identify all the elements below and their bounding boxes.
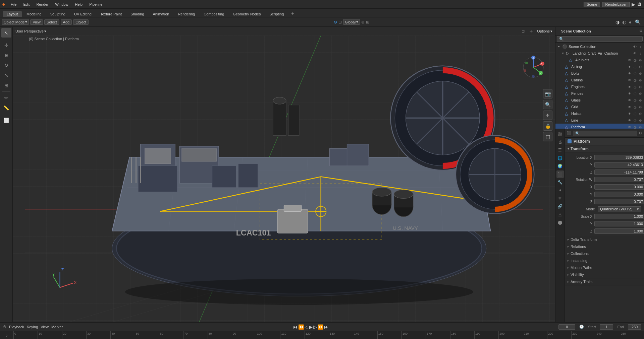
mode-selector[interactable]: Object Mode ▾	[2, 19, 29, 25]
play-button[interactable]: ▶	[309, 324, 313, 330]
view-menu[interactable]: View	[30, 19, 43, 25]
viewport-shading-render-icon[interactable]: ●	[629, 19, 632, 25]
scale-z-input[interactable]	[594, 228, 644, 234]
tool-add-cube[interactable]: ⬜	[1, 116, 11, 125]
props-search-input[interactable]	[573, 131, 637, 136]
zoom-in-icon[interactable]: 🔍	[543, 100, 552, 109]
lc-vis-icon[interactable]: 👁	[633, 52, 637, 55]
tab-compositing[interactable]: Compositing	[200, 11, 228, 17]
scene-selector[interactable]: Scene	[584, 2, 600, 7]
gr-vis-icon[interactable]: 👁	[627, 105, 632, 109]
props-modifier-icon[interactable]: 🔧	[556, 179, 564, 186]
orientation-gizmo[interactable]: X Y Z	[522, 56, 545, 79]
relations-section[interactable]: ▸ Relations	[565, 243, 644, 250]
snap-toggle-icon[interactable]: ⊞	[366, 20, 369, 24]
prev-keyframe-button[interactable]: ◁	[305, 324, 308, 330]
props-render-icon[interactable]: 🎥	[556, 130, 564, 138]
ho-cam-icon[interactable]: ◷	[633, 112, 637, 116]
gr-cam-icon[interactable]: ◷	[633, 105, 637, 109]
current-frame-input[interactable]	[558, 324, 575, 330]
outliner-item-air-inlets[interactable]: △ Air inlets 👁 ◷ ⊙	[555, 57, 644, 63]
props-output-icon[interactable]: 🖨	[556, 138, 564, 146]
outliner-item-engines[interactable]: △ Engines 👁 ◷ ⊙	[555, 83, 644, 90]
bo-cam-icon[interactable]: ◷	[633, 72, 637, 75]
fe-cam-icon[interactable]: ◷	[633, 92, 637, 95]
menu-pipeline[interactable]: Pipeline	[86, 0, 106, 8]
scale-x-input[interactable]	[594, 214, 644, 219]
props-scene-icon[interactable]: 🌐	[556, 154, 564, 162]
pl-render-icon[interactable]: ⊙	[638, 125, 643, 129]
gl-cam-icon[interactable]: ◷	[633, 98, 637, 102]
next-keyframe-button[interactable]: ▷	[313, 324, 317, 330]
render-image-icon[interactable]: 🖼	[637, 2, 641, 7]
tool-scale[interactable]: ⤡	[1, 71, 11, 80]
ab-cam-icon[interactable]: ◷	[633, 65, 637, 69]
viewport-scene-3d[interactable]: U.S. NAVY LCAC101	[13, 36, 555, 322]
ai-vis-icon[interactable]: 👁	[627, 58, 632, 62]
menu-window[interactable]: Window	[52, 0, 71, 8]
location-y-input[interactable]	[594, 162, 644, 167]
start-frame-input[interactable]	[600, 324, 613, 330]
li-render-icon[interactable]: ⊙	[638, 119, 643, 122]
keying-menu[interactable]: Keying	[27, 325, 38, 329]
select-menu[interactable]: Select	[44, 19, 59, 25]
tab-scripting[interactable]: Scripting	[265, 11, 288, 17]
options-button[interactable]: Options ▾	[537, 29, 552, 33]
ai-cam-icon[interactable]: ◷	[633, 58, 637, 62]
rotation-y-input[interactable]	[594, 192, 644, 197]
props-settings-icon[interactable]: ⚙	[639, 131, 642, 135]
rotation-z-input[interactable]	[594, 199, 644, 204]
props-particles-icon[interactable]: ✦	[556, 187, 564, 194]
location-z-input[interactable]	[594, 170, 644, 175]
gl-render-icon[interactable]: ⊙	[638, 98, 643, 102]
visibility-section[interactable]: ▸ Visibility	[565, 271, 644, 278]
tab-uv-editing[interactable]: UV Editing	[70, 11, 96, 17]
rotation-w-input[interactable]	[594, 177, 644, 182]
restrict-select-icon[interactable]: ↕	[638, 45, 643, 49]
props-constraints-icon[interactable]: 🔗	[556, 203, 564, 210]
en-vis-icon[interactable]: 👁	[627, 85, 632, 89]
gr-render-icon[interactable]: ⊙	[638, 105, 643, 109]
end-frame-input[interactable]	[628, 324, 641, 330]
visibility-icon[interactable]: 👁	[633, 45, 637, 49]
props-data-icon[interactable]: △	[556, 211, 564, 218]
add-workspace-button[interactable]: +	[288, 10, 297, 17]
tab-shading[interactable]: Shading	[126, 11, 148, 17]
fly-navigate-icon[interactable]: ✈	[543, 111, 552, 120]
motion-paths-section[interactable]: ▸ Motion Paths	[565, 264, 644, 271]
outliner-item-cabins[interactable]: △ Cabins 👁 ◷ ⊙	[555, 77, 644, 83]
toggle-gizmo[interactable]: ✛	[528, 28, 534, 35]
pivot-icon[interactable]: ⊕	[361, 20, 365, 24]
fe-vis-icon[interactable]: 👁	[627, 92, 632, 95]
menu-render[interactable]: Render	[33, 0, 52, 8]
outliner-item-hoists[interactable]: △ Hoists 👁 ◷ ⊙	[555, 110, 644, 117]
timeline-view-menu[interactable]: View	[41, 325, 49, 329]
timeline-scrubber[interactable]: 0 10 20 30 40 50 60 70 80 90 100 110 120…	[13, 331, 644, 339]
tab-geometry-nodes[interactable]: Geometry Nodes	[229, 11, 265, 17]
transform-section-header[interactable]: ▾ Transform	[565, 145, 644, 152]
ca-render-icon[interactable]: ⊙	[638, 78, 643, 82]
menu-edit[interactable]: Edit	[20, 0, 33, 8]
tab-modeling[interactable]: Modeling	[22, 11, 46, 17]
tab-animation[interactable]: Animation	[149, 11, 173, 17]
marker-menu[interactable]: Marker	[51, 325, 63, 329]
snap-icon[interactable]: ⊡	[338, 20, 342, 24]
collections-section[interactable]: ▸ Collections	[565, 250, 644, 257]
props-material-icon[interactable]: ⬤	[556, 219, 564, 226]
menu-file[interactable]: File	[7, 0, 20, 8]
prev-frame-button[interactable]: ⏪	[298, 324, 304, 330]
object-menu[interactable]: Object	[73, 19, 89, 25]
bo-render-icon[interactable]: ⊙	[638, 72, 643, 75]
rotation-x-input[interactable]	[594, 184, 644, 190]
outliner-item-glass[interactable]: △ Glass 👁 ◷ ⊙	[555, 97, 644, 104]
pl-cam-icon[interactable]: ◷	[633, 125, 637, 129]
tab-sculpting[interactable]: Sculpting	[46, 11, 69, 17]
tool-rotate[interactable]: ↻	[1, 61, 11, 70]
instancing-section[interactable]: ▸ Instancing	[565, 257, 644, 264]
bo-vis-icon[interactable]: 👁	[627, 72, 632, 75]
en-render-icon[interactable]: ⊙	[638, 85, 643, 89]
lock-camera-icon[interactable]: 🔒	[543, 121, 552, 131]
viewport-shading-solid-icon[interactable]: ◑	[615, 19, 620, 25]
gl-vis-icon[interactable]: 👁	[627, 98, 632, 102]
props-object-icon[interactable]: ⬛	[556, 171, 564, 178]
